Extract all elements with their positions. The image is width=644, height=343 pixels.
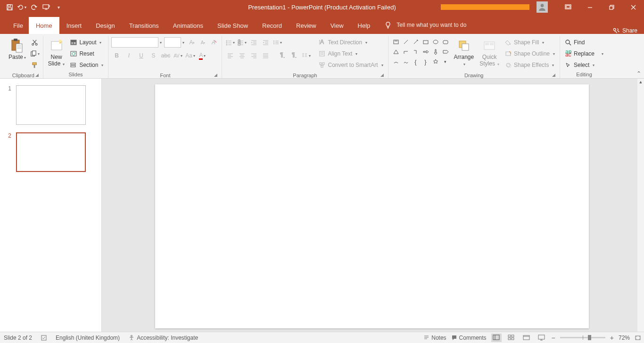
fit-to-window-button[interactable] [635, 335, 641, 341]
maximize-button[interactable] [601, 0, 622, 14]
align-center-button[interactable] [237, 50, 247, 61]
slideshow-view-button[interactable] [537, 334, 547, 342]
zoom-level[interactable]: 72% [619, 335, 630, 341]
minimize-button[interactable] [579, 0, 601, 14]
shape-arrow-right-icon[interactable] [421, 47, 430, 57]
shape-rbrace-icon[interactable]: } [421, 57, 430, 66]
shape-star-icon[interactable] [431, 57, 440, 66]
columns-button[interactable]: ▾ [301, 50, 311, 61]
normal-view-button[interactable] [491, 334, 502, 342]
thumbnail-1[interactable]: 1 [0, 85, 101, 132]
tab-insert[interactable]: Insert [59, 17, 89, 34]
shape-elbow-icon[interactable] [401, 47, 411, 57]
font-family-input[interactable] [111, 37, 158, 48]
rtl-button[interactable]: ¶ [289, 50, 299, 61]
zoom-slider[interactable] [560, 337, 605, 338]
underline-button[interactable]: U [136, 50, 146, 61]
tab-home[interactable]: Home [29, 17, 59, 34]
comments-button[interactable]: Comments [451, 335, 487, 341]
font-color-button[interactable]: A▾ [197, 50, 207, 61]
change-case-button[interactable]: Aa▾ [185, 50, 195, 61]
collapse-ribbon-icon[interactable]: ⌃ [636, 70, 641, 77]
decrease-indent-button[interactable] [248, 37, 259, 48]
layout-button[interactable]: Layout▾ [68, 37, 105, 48]
ribbon-display-options-icon[interactable] [557, 4, 579, 10]
shape-pentagon-icon[interactable] [441, 47, 450, 57]
italic-button[interactable]: I [124, 50, 134, 61]
save-icon[interactable] [5, 2, 14, 12]
thumbnail-preview[interactable] [16, 132, 86, 172]
shapes-more-icon[interactable]: ▾ [441, 57, 450, 66]
user-avatar[interactable] [537, 1, 548, 13]
format-painter-button[interactable] [30, 60, 40, 70]
convert-smartart-button[interactable]: Convert to SmartArt▾ [317, 60, 385, 70]
start-from-beginning-icon[interactable] [41, 2, 51, 12]
increase-font-button[interactable]: A▴ [187, 37, 197, 48]
share-button[interactable]: Share [612, 27, 637, 34]
shape-arrow-down-icon[interactable] [431, 47, 440, 57]
shape-effects-button[interactable]: Shape Effects▾ [503, 60, 557, 70]
thumbnail-2[interactable]: 2 [0, 132, 101, 180]
section-button[interactable]: Section▾ [68, 60, 105, 70]
find-button[interactable]: Find [563, 37, 605, 48]
slide-indicator[interactable]: Slide 2 of 2 [4, 335, 32, 341]
zoom-in-button[interactable]: + [610, 334, 614, 342]
clipboard-launcher[interactable]: ◢ [7, 73, 40, 78]
replace-button[interactable]: abacReplace▾ [563, 49, 605, 59]
zoom-out-button[interactable]: − [552, 334, 555, 342]
tell-me-search[interactable]: Tell me what you want to do [377, 16, 473, 34]
cut-button[interactable] [30, 37, 40, 48]
shape-curve-icon[interactable] [401, 57, 411, 66]
vertical-scrollbar[interactable]: ▲ [637, 79, 644, 332]
shape-triangle-icon[interactable] [391, 47, 401, 57]
shape-line-icon[interactable] [401, 37, 411, 47]
line-spacing-button[interactable]: ▾ [272, 37, 282, 48]
drawing-launcher[interactable]: ◢ [391, 73, 557, 78]
close-button[interactable] [622, 0, 644, 14]
decrease-font-button[interactable]: A▾ [198, 37, 208, 48]
shapes-gallery[interactable]: { } ▾ [391, 37, 450, 66]
undo-icon[interactable]: ▾ [17, 2, 26, 12]
tab-file[interactable]: File [8, 17, 29, 34]
shape-arc-icon[interactable] [391, 57, 401, 66]
font-size-input[interactable] [164, 37, 181, 48]
redo-icon[interactable] [29, 2, 39, 12]
scroll-up-icon[interactable]: ▲ [637, 79, 644, 85]
align-right-button[interactable] [248, 50, 259, 61]
ltr-button[interactable]: ¶ [277, 50, 288, 61]
shape-oval-icon[interactable] [431, 37, 440, 47]
accessibility-indicator[interactable]: Accessibility: Investigate [128, 335, 198, 341]
slide-canvas[interactable] [155, 84, 589, 328]
numbering-button[interactable]: 123▾ [237, 37, 247, 48]
bullets-button[interactable]: ▾ [225, 37, 235, 48]
justify-button[interactable] [260, 50, 271, 61]
tab-slideshow[interactable]: Slide Show [210, 17, 255, 34]
paste-button[interactable]: Paste▾ [7, 37, 28, 62]
font-launcher[interactable]: ◢ [111, 73, 219, 78]
shape-outline-button[interactable]: Shape Outline▾ [503, 49, 557, 59]
increase-indent-button[interactable] [260, 37, 271, 48]
tab-design[interactable]: Design [89, 17, 122, 34]
language-indicator[interactable]: English (United Kingdom) [56, 335, 120, 341]
shape-lbrace-icon[interactable]: { [411, 57, 421, 66]
reset-button[interactable]: Reset [68, 49, 105, 59]
tab-animations[interactable]: Animations [166, 17, 210, 34]
shadow-button[interactable]: S [148, 50, 158, 61]
tab-help[interactable]: Help [351, 17, 378, 34]
new-slide-button[interactable]: New Slide ▾ [46, 37, 67, 68]
copy-button[interactable]: ▾ [30, 49, 40, 59]
shape-rect-icon[interactable] [421, 37, 430, 47]
char-spacing-button[interactable]: AV▾ [173, 50, 183, 61]
strikethrough-button[interactable]: abc [160, 50, 171, 61]
sorter-view-button[interactable] [506, 334, 517, 342]
shape-arrowline-icon[interactable] [411, 37, 421, 47]
align-left-button[interactable] [225, 50, 235, 61]
shape-roundrect-icon[interactable] [441, 37, 450, 47]
arrange-button[interactable]: Arrange▾ [452, 37, 476, 67]
tab-review[interactable]: Review [289, 17, 323, 34]
thumbnail-preview[interactable] [16, 85, 86, 125]
bold-button[interactable]: B [111, 50, 122, 61]
tab-record[interactable]: Record [255, 17, 289, 34]
shape-textbox-icon[interactable] [391, 37, 401, 47]
clear-formatting-button[interactable]: A [208, 37, 219, 48]
